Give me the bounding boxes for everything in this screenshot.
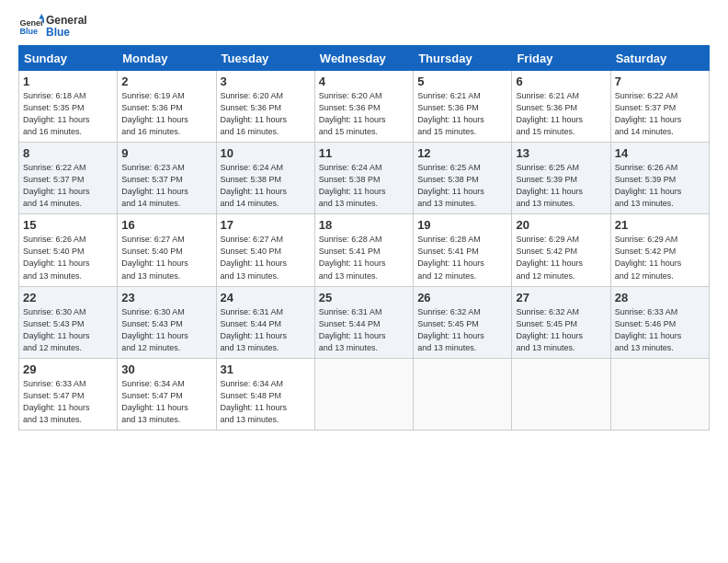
col-header-friday: Friday (512, 46, 610, 71)
day-number: 11 (319, 146, 409, 160)
day-info: Sunrise: 6:28 AM Sunset: 5:41 PM Dayligh… (319, 234, 409, 282)
col-header-sunday: Sunday (19, 46, 118, 71)
day-info: Sunrise: 6:27 AM Sunset: 5:40 PM Dayligh… (121, 234, 211, 282)
day-info: Sunrise: 6:19 AM Sunset: 5:36 PM Dayligh… (121, 90, 211, 138)
day-cell-11: 11Sunrise: 6:24 AM Sunset: 5:38 PM Dayli… (314, 143, 413, 214)
day-number: 31 (221, 362, 311, 376)
day-cell-5: 5Sunrise: 6:21 AM Sunset: 5:36 PM Daylig… (414, 71, 512, 143)
day-number: 22 (23, 291, 113, 304)
day-number: 29 (23, 362, 113, 376)
week-row-3: 22Sunrise: 6:30 AM Sunset: 5:43 PM Dayli… (19, 286, 710, 358)
day-info: Sunrise: 6:22 AM Sunset: 5:37 PM Dayligh… (23, 162, 113, 210)
day-info: Sunrise: 6:29 AM Sunset: 5:42 PM Dayligh… (516, 234, 606, 282)
day-cell-31: 31Sunrise: 6:34 AM Sunset: 5:48 PM Dayli… (216, 358, 314, 430)
day-cell-17: 17Sunrise: 6:27 AM Sunset: 5:40 PM Dayli… (216, 214, 314, 286)
day-info: Sunrise: 6:28 AM Sunset: 5:41 PM Dayligh… (417, 234, 507, 282)
day-number: 17 (221, 218, 311, 232)
day-number: 4 (319, 75, 409, 88)
day-cell-14: 14Sunrise: 6:26 AM Sunset: 5:39 PM Dayli… (610, 143, 709, 214)
day-info: Sunrise: 6:31 AM Sunset: 5:44 PM Dayligh… (319, 306, 409, 354)
day-number: 23 (121, 291, 211, 304)
day-number: 25 (319, 291, 409, 304)
day-cell-13: 13Sunrise: 6:25 AM Sunset: 5:39 PM Dayli… (512, 143, 610, 214)
day-cell-empty (512, 358, 610, 430)
day-cell-15: 15Sunrise: 6:26 AM Sunset: 5:40 PM Dayli… (19, 214, 118, 286)
day-number: 16 (121, 218, 211, 232)
logo-blue: Blue (46, 27, 87, 39)
day-cell-9: 9Sunrise: 6:23 AM Sunset: 5:37 PM Daylig… (118, 143, 216, 214)
calendar: SundayMondayTuesdayWednesdayThursdayFrid… (18, 45, 710, 431)
day-cell-19: 19Sunrise: 6:28 AM Sunset: 5:41 PM Dayli… (414, 214, 512, 286)
col-header-monday: Monday (118, 46, 216, 71)
header: General Blue General Blue (18, 14, 710, 40)
day-cell-28: 28Sunrise: 6:33 AM Sunset: 5:46 PM Dayli… (610, 286, 709, 358)
svg-text:General: General (19, 18, 44, 28)
day-info: Sunrise: 6:32 AM Sunset: 5:45 PM Dayligh… (516, 306, 606, 354)
day-number: 19 (417, 218, 507, 232)
page: General Blue General Blue SundayMondayTu… (0, 0, 728, 563)
day-info: Sunrise: 6:23 AM Sunset: 5:37 PM Dayligh… (121, 162, 211, 210)
day-number: 2 (121, 75, 211, 88)
day-number: 10 (221, 146, 311, 160)
day-cell-20: 20Sunrise: 6:29 AM Sunset: 5:42 PM Dayli… (512, 214, 610, 286)
day-number: 26 (417, 291, 507, 304)
day-cell-3: 3Sunrise: 6:20 AM Sunset: 5:36 PM Daylig… (216, 71, 314, 143)
day-info: Sunrise: 6:32 AM Sunset: 5:45 PM Dayligh… (417, 306, 507, 354)
day-info: Sunrise: 6:21 AM Sunset: 5:36 PM Dayligh… (417, 90, 507, 138)
day-number: 30 (121, 362, 211, 376)
day-cell-29: 29Sunrise: 6:33 AM Sunset: 5:47 PM Dayli… (19, 358, 118, 430)
col-header-saturday: Saturday (610, 46, 709, 71)
day-info: Sunrise: 6:24 AM Sunset: 5:38 PM Dayligh… (221, 162, 311, 210)
day-number: 14 (615, 146, 705, 160)
day-cell-22: 22Sunrise: 6:30 AM Sunset: 5:43 PM Dayli… (19, 286, 118, 358)
day-number: 13 (516, 146, 606, 160)
day-info: Sunrise: 6:30 AM Sunset: 5:43 PM Dayligh… (23, 306, 113, 354)
day-info: Sunrise: 6:18 AM Sunset: 5:35 PM Dayligh… (23, 90, 113, 138)
col-header-wednesday: Wednesday (314, 46, 413, 71)
day-number: 27 (516, 291, 606, 304)
day-info: Sunrise: 6:26 AM Sunset: 5:40 PM Dayligh… (23, 234, 113, 282)
day-cell-10: 10Sunrise: 6:24 AM Sunset: 5:38 PM Dayli… (216, 143, 314, 214)
day-number: 21 (615, 218, 705, 232)
day-cell-1: 1Sunrise: 6:18 AM Sunset: 5:35 PM Daylig… (19, 71, 118, 143)
day-cell-26: 26Sunrise: 6:32 AM Sunset: 5:45 PM Dayli… (414, 286, 512, 358)
day-cell-4: 4Sunrise: 6:20 AM Sunset: 5:36 PM Daylig… (314, 71, 413, 143)
day-cell-25: 25Sunrise: 6:31 AM Sunset: 5:44 PM Dayli… (314, 286, 413, 358)
day-number: 8 (23, 146, 113, 160)
day-cell-16: 16Sunrise: 6:27 AM Sunset: 5:40 PM Dayli… (118, 214, 216, 286)
svg-marker-2 (39, 14, 44, 19)
col-header-tuesday: Tuesday (216, 46, 314, 71)
day-number: 6 (516, 75, 606, 88)
day-cell-27: 27Sunrise: 6:32 AM Sunset: 5:45 PM Dayli… (512, 286, 610, 358)
svg-text:Blue: Blue (19, 27, 38, 36)
day-cell-24: 24Sunrise: 6:31 AM Sunset: 5:44 PM Dayli… (216, 286, 314, 358)
day-info: Sunrise: 6:20 AM Sunset: 5:36 PM Dayligh… (221, 90, 311, 138)
col-header-thursday: Thursday (414, 46, 512, 71)
day-info: Sunrise: 6:20 AM Sunset: 5:36 PM Dayligh… (319, 90, 409, 138)
day-number: 28 (615, 291, 705, 304)
day-info: Sunrise: 6:31 AM Sunset: 5:44 PM Dayligh… (221, 306, 311, 354)
day-cell-empty (314, 358, 413, 430)
day-cell-empty (610, 358, 709, 430)
day-info: Sunrise: 6:25 AM Sunset: 5:38 PM Dayligh… (417, 162, 507, 210)
week-row-4: 29Sunrise: 6:33 AM Sunset: 5:47 PM Dayli… (19, 358, 710, 430)
day-number: 5 (417, 75, 507, 88)
day-number: 9 (121, 146, 211, 160)
day-info: Sunrise: 6:21 AM Sunset: 5:36 PM Dayligh… (516, 90, 606, 138)
day-number: 3 (221, 75, 311, 88)
day-number: 24 (221, 291, 311, 304)
week-row-1: 8Sunrise: 6:22 AM Sunset: 5:37 PM Daylig… (19, 143, 710, 214)
day-cell-empty (414, 358, 512, 430)
day-info: Sunrise: 6:30 AM Sunset: 5:43 PM Dayligh… (121, 306, 211, 354)
week-row-2: 15Sunrise: 6:26 AM Sunset: 5:40 PM Dayli… (19, 214, 710, 286)
logo: General Blue General Blue (18, 14, 87, 40)
day-cell-12: 12Sunrise: 6:25 AM Sunset: 5:38 PM Dayli… (414, 143, 512, 214)
day-info: Sunrise: 6:26 AM Sunset: 5:39 PM Dayligh… (615, 162, 705, 210)
day-number: 15 (23, 218, 113, 232)
day-cell-8: 8Sunrise: 6:22 AM Sunset: 5:37 PM Daylig… (19, 143, 118, 214)
day-cell-23: 23Sunrise: 6:30 AM Sunset: 5:43 PM Dayli… (118, 286, 216, 358)
day-number: 7 (615, 75, 705, 88)
day-number: 18 (319, 218, 409, 232)
day-cell-30: 30Sunrise: 6:34 AM Sunset: 5:47 PM Dayli… (118, 358, 216, 430)
day-number: 1 (23, 75, 113, 88)
